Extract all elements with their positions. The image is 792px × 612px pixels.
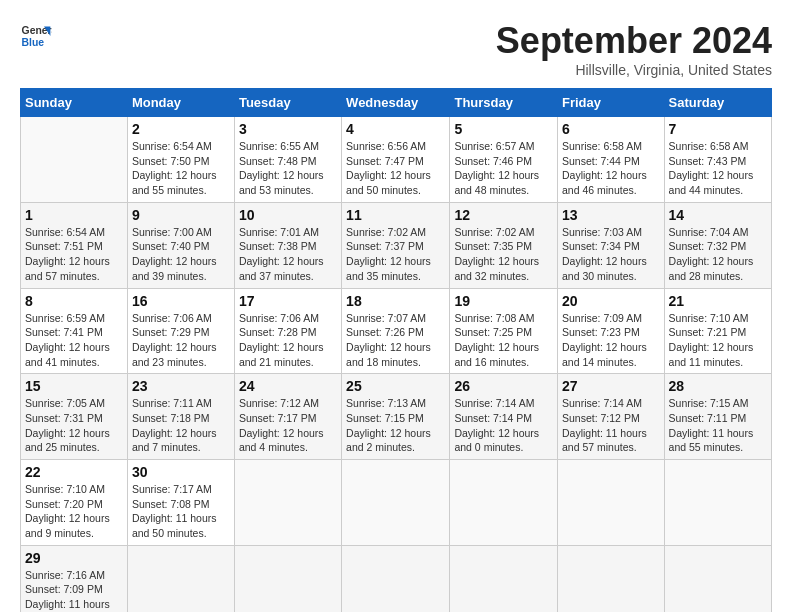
day-info: Sunrise: 6:57 AM Sunset: 7:46 PM Dayligh… [454,139,553,198]
header: General Blue September 2024 Hillsville, … [20,20,772,78]
day-info: Sunrise: 6:58 AM Sunset: 7:43 PM Dayligh… [669,139,767,198]
calendar-cell: 28Sunrise: 7:15 AM Sunset: 7:11 PM Dayli… [664,374,771,460]
day-info: Sunrise: 7:05 AM Sunset: 7:31 PM Dayligh… [25,396,123,455]
day-info: Sunrise: 6:59 AM Sunset: 7:41 PM Dayligh… [25,311,123,370]
day-number: 15 [25,378,123,394]
calendar-cell: 14Sunrise: 7:04 AM Sunset: 7:32 PM Dayli… [664,202,771,288]
calendar-cell: 3Sunrise: 6:55 AM Sunset: 7:48 PM Daylig… [234,117,341,203]
day-info: Sunrise: 7:10 AM Sunset: 7:20 PM Dayligh… [25,482,123,541]
day-number: 29 [25,550,123,566]
day-number: 8 [25,293,123,309]
day-number: 1 [25,207,123,223]
calendar-cell: 5Sunrise: 6:57 AM Sunset: 7:46 PM Daylig… [450,117,558,203]
calendar-cell: 7Sunrise: 6:58 AM Sunset: 7:43 PM Daylig… [664,117,771,203]
calendar-cell: 17Sunrise: 7:06 AM Sunset: 7:28 PM Dayli… [234,288,341,374]
calendar-cell: 24Sunrise: 7:12 AM Sunset: 7:17 PM Dayli… [234,374,341,460]
calendar-cell [21,117,128,203]
calendar-cell: 30Sunrise: 7:17 AM Sunset: 7:08 PM Dayli… [127,460,234,546]
calendar-cell: 16Sunrise: 7:06 AM Sunset: 7:29 PM Dayli… [127,288,234,374]
day-number: 25 [346,378,445,394]
day-info: Sunrise: 6:55 AM Sunset: 7:48 PM Dayligh… [239,139,337,198]
day-number: 5 [454,121,553,137]
day-number: 7 [669,121,767,137]
calendar-cell: 4Sunrise: 6:56 AM Sunset: 7:47 PM Daylig… [342,117,450,203]
day-info: Sunrise: 6:54 AM Sunset: 7:50 PM Dayligh… [132,139,230,198]
weekday-header: Wednesday [342,89,450,117]
calendar-cell: 27Sunrise: 7:14 AM Sunset: 7:12 PM Dayli… [558,374,665,460]
day-info: Sunrise: 7:12 AM Sunset: 7:17 PM Dayligh… [239,396,337,455]
calendar-cell [558,460,665,546]
day-number: 30 [132,464,230,480]
calendar-cell: 11Sunrise: 7:02 AM Sunset: 7:37 PM Dayli… [342,202,450,288]
calendar-cell: 22Sunrise: 7:10 AM Sunset: 7:20 PM Dayli… [21,460,128,546]
day-info: Sunrise: 7:04 AM Sunset: 7:32 PM Dayligh… [669,225,767,284]
day-number: 16 [132,293,230,309]
day-info: Sunrise: 7:17 AM Sunset: 7:08 PM Dayligh… [132,482,230,541]
calendar-cell [127,545,234,612]
svg-text:Blue: Blue [22,37,45,48]
calendar-cell: 8Sunrise: 6:59 AM Sunset: 7:41 PM Daylig… [21,288,128,374]
day-info: Sunrise: 7:10 AM Sunset: 7:21 PM Dayligh… [669,311,767,370]
day-info: Sunrise: 6:54 AM Sunset: 7:51 PM Dayligh… [25,225,123,284]
day-number: 17 [239,293,337,309]
day-info: Sunrise: 7:08 AM Sunset: 7:25 PM Dayligh… [454,311,553,370]
day-number: 22 [25,464,123,480]
calendar-cell [450,545,558,612]
calendar-cell: 9Sunrise: 7:00 AM Sunset: 7:40 PM Daylig… [127,202,234,288]
calendar-cell [664,545,771,612]
calendar-cell: 25Sunrise: 7:13 AM Sunset: 7:15 PM Dayli… [342,374,450,460]
day-info: Sunrise: 7:07 AM Sunset: 7:26 PM Dayligh… [346,311,445,370]
weekday-header-row: SundayMondayTuesdayWednesdayThursdayFrid… [21,89,772,117]
day-number: 3 [239,121,337,137]
calendar-cell [664,460,771,546]
calendar-cell: 19Sunrise: 7:08 AM Sunset: 7:25 PM Dayli… [450,288,558,374]
day-number: 21 [669,293,767,309]
day-number: 20 [562,293,660,309]
day-number: 24 [239,378,337,394]
weekday-header: Thursday [450,89,558,117]
calendar-cell: 2Sunrise: 6:54 AM Sunset: 7:50 PM Daylig… [127,117,234,203]
calendar-cell [234,545,341,612]
calendar-week-row: 1Sunrise: 6:54 AM Sunset: 7:51 PM Daylig… [21,202,772,288]
day-number: 14 [669,207,767,223]
day-number: 9 [132,207,230,223]
weekday-header: Saturday [664,89,771,117]
day-info: Sunrise: 6:56 AM Sunset: 7:47 PM Dayligh… [346,139,445,198]
weekday-header: Monday [127,89,234,117]
day-number: 13 [562,207,660,223]
calendar-cell: 10Sunrise: 7:01 AM Sunset: 7:38 PM Dayli… [234,202,341,288]
day-info: Sunrise: 7:06 AM Sunset: 7:29 PM Dayligh… [132,311,230,370]
calendar-week-row: 22Sunrise: 7:10 AM Sunset: 7:20 PM Dayli… [21,460,772,546]
day-number: 4 [346,121,445,137]
calendar-cell [234,460,341,546]
day-number: 28 [669,378,767,394]
weekday-header: Tuesday [234,89,341,117]
day-number: 10 [239,207,337,223]
calendar-cell: 12Sunrise: 7:02 AM Sunset: 7:35 PM Dayli… [450,202,558,288]
day-number: 19 [454,293,553,309]
calendar-cell: 23Sunrise: 7:11 AM Sunset: 7:18 PM Dayli… [127,374,234,460]
calendar-cell: 20Sunrise: 7:09 AM Sunset: 7:23 PM Dayli… [558,288,665,374]
day-info: Sunrise: 7:01 AM Sunset: 7:38 PM Dayligh… [239,225,337,284]
calendar-week-row: 2Sunrise: 6:54 AM Sunset: 7:50 PM Daylig… [21,117,772,203]
day-info: Sunrise: 7:13 AM Sunset: 7:15 PM Dayligh… [346,396,445,455]
day-info: Sunrise: 7:14 AM Sunset: 7:12 PM Dayligh… [562,396,660,455]
logo: General Blue [20,20,52,52]
logo-icon: General Blue [20,20,52,52]
calendar-cell [342,545,450,612]
calendar-table: SundayMondayTuesdayWednesdayThursdayFrid… [20,88,772,612]
calendar-cell: 6Sunrise: 6:58 AM Sunset: 7:44 PM Daylig… [558,117,665,203]
calendar-cell [342,460,450,546]
day-number: 27 [562,378,660,394]
day-info: Sunrise: 7:14 AM Sunset: 7:14 PM Dayligh… [454,396,553,455]
calendar-week-row: 29Sunrise: 7:16 AM Sunset: 7:09 PM Dayli… [21,545,772,612]
calendar-cell [450,460,558,546]
day-number: 11 [346,207,445,223]
day-info: Sunrise: 7:02 AM Sunset: 7:37 PM Dayligh… [346,225,445,284]
weekday-header: Sunday [21,89,128,117]
day-info: Sunrise: 7:02 AM Sunset: 7:35 PM Dayligh… [454,225,553,284]
calendar-cell: 1Sunrise: 6:54 AM Sunset: 7:51 PM Daylig… [21,202,128,288]
day-info: Sunrise: 6:58 AM Sunset: 7:44 PM Dayligh… [562,139,660,198]
calendar-cell: 21Sunrise: 7:10 AM Sunset: 7:21 PM Dayli… [664,288,771,374]
day-number: 23 [132,378,230,394]
